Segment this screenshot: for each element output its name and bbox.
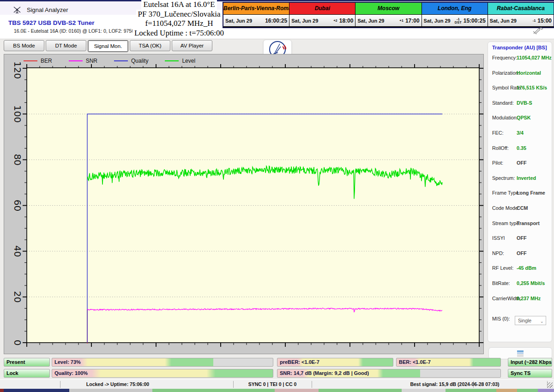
transponder-field-npd: NPD:OFF (488, 250, 553, 257)
overlay-line-satellite: Eutelsat 16A at 16.0°E (141, 0, 217, 10)
transponder-field-value: OFF (517, 250, 527, 256)
sliver-segment (538, 389, 554, 392)
legend-item-snr: SNR (69, 58, 97, 64)
clock-date: Sat, Jun 29 (357, 18, 384, 24)
transponder-field-value: -45 dBm (517, 265, 536, 271)
statusbar-best-signal: Best signal: 15,9 dB (2024-06-28 07:03) (410, 381, 499, 387)
window-title: Signal Analyzer (27, 6, 68, 13)
statusbar-uptime: Locked -> Uptime: 75:06:00 (86, 381, 149, 387)
clock-time-row: Sat, Jun 29+117:00 (355, 15, 421, 26)
clock-date: Sat, Jun 29 (291, 18, 318, 24)
transponder-field-label: Standard: (492, 100, 514, 106)
transponder-field-label: ISSYI (492, 235, 505, 241)
clock-date: Sat, Jun 29 (424, 18, 451, 24)
clock-berlin-paris-vienna-roma: Berlin-Paris-Vienna-RomaSat, Jun 2916:00… (223, 3, 289, 27)
clock-rabat-casablanca: Rabat-CasablancaSat, Jun 29-115:00 (488, 3, 554, 27)
y-axis-label-40: 40 (12, 245, 23, 257)
y-axis-label-80: 80 (12, 154, 23, 166)
clock-date: Sat, Jun 29 (490, 18, 517, 24)
background-window-sliver (0, 389, 554, 392)
transponder-field-rf-level: RF Level:-45 dBm (488, 265, 553, 272)
sliver-segment (275, 389, 319, 392)
clock-time: 17:00 (405, 18, 420, 24)
overlay-line-uptime: Locked Uptime : t=75:06:00 (132, 29, 226, 38)
y-axis-label-0: 0 (12, 340, 23, 346)
clock-city-label: Berlin-Paris-Vienna-Roma (223, 3, 289, 15)
transponder-field-label: FEC: (492, 130, 504, 136)
transponder-field-value: 0.35 (517, 145, 526, 151)
clock-utc-offset: -1DST (454, 18, 463, 24)
level-73-bar: Level: 73% (52, 358, 273, 367)
mode-button-bs-mode[interactable]: BS Mode (4, 40, 44, 51)
clock-city-label: Moscow (355, 3, 421, 15)
transponder-field-fec: FEC:3/4 (488, 130, 553, 137)
clock-time-row: Sat, Jun 2916:00:25 (223, 15, 289, 26)
transponder-field-value: 0,255 Mbit/s (517, 280, 545, 286)
sliver-segment (319, 389, 402, 392)
legend-label: Level (182, 58, 195, 64)
mode-button-av-player[interactable]: AV Player (172, 40, 212, 51)
transponder-field-label: BitRate: (492, 280, 510, 286)
clock-time-row: Sat, Jun 29-115:00 (488, 15, 554, 26)
sliver-segment (402, 389, 446, 392)
transponder-field-value: OFF (517, 235, 527, 241)
sliver-segment (4, 389, 69, 392)
mis-dropdown-value: Single (518, 318, 531, 323)
clock-time: 15:00 (537, 18, 552, 24)
input-282-kbps-indicator: Input (~282 Kbps) (508, 358, 552, 367)
list-view-icon (517, 350, 524, 357)
clock-time: 15:00:25 (464, 18, 486, 24)
transponder-field-value: 176,515 KS/s (517, 85, 547, 90)
sliver-segment (496, 389, 517, 392)
transponder-field-label: Code Mode: (492, 205, 519, 211)
legend-swatch-quality (114, 60, 128, 61)
mode-button-signal-mon[interactable]: Signal Mon. (88, 40, 128, 52)
chevron-down-icon: ⌄ (540, 317, 544, 326)
overlay-line-location: PF 370_Lučenec/Slovakia (136, 10, 223, 19)
statusbar-separator (60, 381, 60, 388)
transponder-field-code-mode: Code Mode:CCM (488, 205, 553, 212)
chart-legend: BERSNRQualityLevel (24, 57, 195, 65)
sliver-segment (152, 389, 275, 392)
sliver-segment (0, 389, 4, 392)
statusbar: Locked -> Uptime: 75:06:00 SYNC 0 | TEI … (0, 379, 554, 389)
overlay-line-frequency: f=11054,027 MHz_H (144, 19, 215, 29)
statusbar-separator (233, 381, 234, 388)
clock-moscow: MoscowSat, Jun 29+117:00 (355, 3, 421, 27)
statusbar-sync-counters: SYNC 0 | TEI 0 | CC 0 (248, 381, 297, 387)
clock-dubai: DubaiSat, Jun 29+218:00 (289, 3, 355, 27)
lock-indicator: Lock (4, 369, 50, 378)
mis-label: MIS (0): (492, 316, 510, 321)
transponder-field-stream-type: Stream type:Transport (488, 220, 553, 227)
legend-swatch-snr (69, 60, 83, 61)
mode-button-dt-mode[interactable]: DT Mode (46, 40, 86, 51)
clock-time: 16:00:25 (265, 18, 287, 24)
legend-label: BER (41, 58, 52, 64)
transponder-field-frequency: Frequency:11054,027 MHz (488, 55, 553, 61)
legend-swatch-ber (24, 60, 37, 61)
resize-grip[interactable] (547, 382, 553, 388)
mode-button-row: BS ModeDT ModeSignal Mon.TSA (OK)AV Play… (4, 40, 212, 52)
transponder-field-bitrate: BitRate:0,255 Mbit/s (488, 280, 553, 287)
transponder-field-value: Long Frame (517, 190, 545, 196)
clock-time-row: Sat, Jun 29-1DST15:00:25 (422, 15, 488, 26)
statusbar-separator (312, 381, 312, 388)
transponder-field-value: Transport (517, 220, 540, 226)
transponder-field-spectrum: Spectrum:Inverted (488, 175, 553, 182)
sync-ts-indicator: Sync TS (508, 369, 552, 378)
sliver-segment (446, 389, 496, 392)
signal-chart: 020406080100120 (4, 54, 483, 354)
transponder-field-value: DVB-S (517, 100, 532, 106)
legend-item-ber: BER (24, 58, 52, 64)
transponder-field-value: CCM (517, 205, 528, 211)
satellite-icon (532, 26, 546, 35)
clock-time-row: Sat, Jun 29+218:00 (289, 15, 355, 26)
transponder-field-value: 0,237 MHz (517, 296, 541, 301)
transponder-field-label: Frequency: (492, 55, 517, 60)
mode-button-tsa-ok[interactable]: TSA (OK) (130, 40, 170, 51)
mis-dropdown[interactable]: Single ⌄ (515, 316, 546, 325)
clock-utc-offset: +1 (398, 19, 404, 22)
clock-time: 18:00 (339, 18, 354, 24)
app-icon (13, 6, 21, 14)
signal-analyzer-window: Signal Analyzer TBS 5927 USB DVB-S2 Tune… (0, 0, 554, 392)
